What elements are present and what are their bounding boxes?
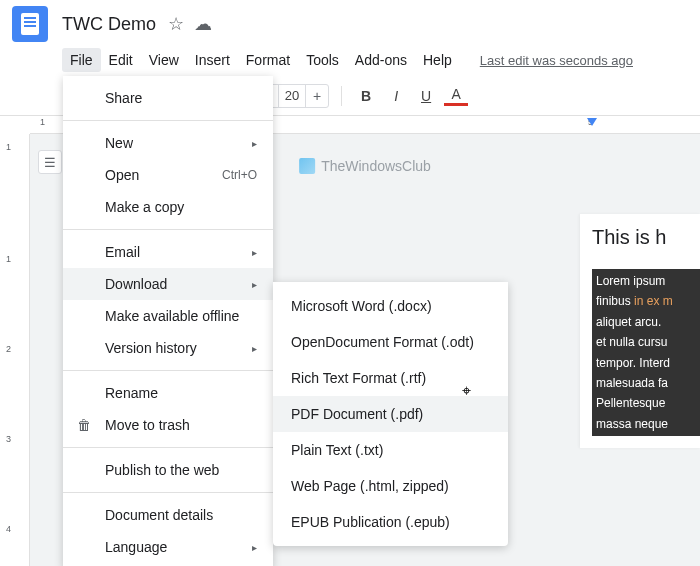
- menu-share[interactable]: Share: [63, 82, 273, 114]
- download-pdf[interactable]: PDF Document (.pdf): [273, 396, 508, 432]
- download-docx[interactable]: Microsoft Word (.docx): [273, 288, 508, 324]
- menu-trash[interactable]: 🗑Move to trash: [63, 409, 273, 441]
- ruler-label: 1: [6, 254, 11, 264]
- menu-file[interactable]: File: [62, 48, 101, 72]
- italic-button[interactable]: I: [384, 84, 408, 108]
- watermark-icon: [299, 158, 315, 174]
- chevron-right-icon: ▸: [252, 247, 257, 258]
- download-txt[interactable]: Plain Text (.txt): [273, 432, 508, 468]
- cloud-icon[interactable]: ☁: [194, 13, 212, 35]
- ruler-label: 2: [6, 344, 11, 354]
- download-html[interactable]: Web Page (.html, zipped): [273, 468, 508, 504]
- bold-button[interactable]: B: [354, 84, 378, 108]
- underline-button[interactable]: U: [414, 84, 438, 108]
- separator: [63, 229, 273, 230]
- document-title[interactable]: TWC Demo: [62, 14, 156, 35]
- shortcut-label: Ctrl+O: [222, 168, 257, 182]
- menu-help[interactable]: Help: [415, 48, 460, 72]
- menu-make-copy[interactable]: Make a copy: [63, 191, 273, 223]
- menu-open[interactable]: OpenCtrl+O: [63, 159, 273, 191]
- chevron-right-icon: ▸: [252, 138, 257, 149]
- ruler-label: 1: [6, 142, 11, 152]
- watermark: TheWindowsClub: [299, 158, 431, 174]
- separator: [63, 370, 273, 371]
- watermark-text: TheWindowsClub: [321, 158, 431, 174]
- separator: [63, 492, 273, 493]
- mouse-cursor-icon: ⌖: [462, 382, 471, 400]
- outline-toggle-icon[interactable]: ☰: [38, 150, 62, 174]
- menu-view[interactable]: View: [141, 48, 187, 72]
- chevron-right-icon: ▸: [252, 279, 257, 290]
- star-icon[interactable]: ☆: [168, 13, 184, 35]
- separator: [63, 447, 273, 448]
- selected-text[interactable]: Lorem ipsum finibus in ex m aliquet arcu…: [592, 269, 700, 436]
- download-epub[interactable]: EPUB Publication (.epub): [273, 504, 508, 540]
- separator: [63, 120, 273, 121]
- menu-email[interactable]: Email▸: [63, 236, 273, 268]
- menu-version-history[interactable]: Version history▸: [63, 332, 273, 364]
- menu-rename[interactable]: Rename: [63, 377, 273, 409]
- text-color-button[interactable]: A: [444, 86, 468, 106]
- last-edit-link[interactable]: Last edit was seconds ago: [480, 53, 633, 68]
- file-menu-dropdown[interactable]: Share New▸ OpenCtrl+O Make a copy Email▸…: [63, 76, 273, 566]
- menu-format[interactable]: Format: [238, 48, 298, 72]
- page[interactable]: This is h Lorem ipsum finibus in ex m al…: [580, 214, 700, 448]
- menu-addons[interactable]: Add-ons: [347, 48, 415, 72]
- size-value[interactable]: 20: [278, 85, 306, 107]
- download-rtf[interactable]: Rich Text Format (.rtf): [273, 360, 508, 396]
- docs-logo-icon[interactable]: [12, 6, 48, 42]
- separator: [341, 86, 342, 106]
- menu-new[interactable]: New▸: [63, 127, 273, 159]
- ruler-marker-icon[interactable]: [587, 118, 597, 126]
- menu-download[interactable]: Download▸: [63, 268, 273, 300]
- menu-language[interactable]: Language▸: [63, 531, 273, 563]
- chevron-right-icon: ▸: [252, 542, 257, 553]
- menu-tools[interactable]: Tools: [298, 48, 347, 72]
- ruler-label: 1: [40, 117, 45, 127]
- menu-publish[interactable]: Publish to the web: [63, 454, 273, 486]
- size-increase-button[interactable]: +: [306, 85, 328, 107]
- menu-offline[interactable]: Make available offline: [63, 300, 273, 332]
- vertical-ruler[interactable]: 1 1 2 3 4: [0, 134, 30, 566]
- menu-insert[interactable]: Insert: [187, 48, 238, 72]
- page-heading[interactable]: This is h: [592, 226, 700, 249]
- ruler-label: 4: [6, 524, 11, 534]
- download-odt[interactable]: OpenDocument Format (.odt): [273, 324, 508, 360]
- menu-document-details[interactable]: Document details: [63, 499, 273, 531]
- trash-icon: 🗑: [77, 417, 91, 433]
- menu-edit[interactable]: Edit: [101, 48, 141, 72]
- ruler-label: 3: [6, 434, 11, 444]
- chevron-right-icon: ▸: [252, 343, 257, 354]
- download-submenu[interactable]: Microsoft Word (.docx) OpenDocument Form…: [273, 282, 508, 546]
